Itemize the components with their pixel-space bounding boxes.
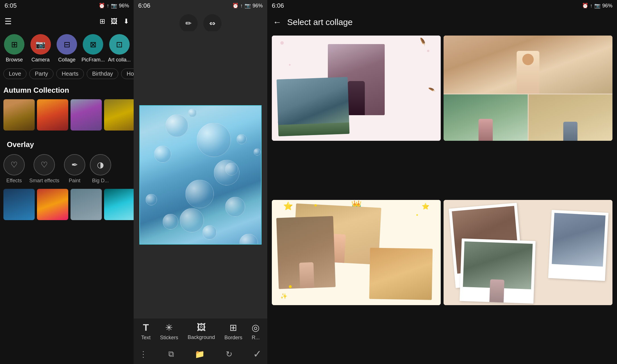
gold-star-3: ✨ <box>280 293 287 299</box>
overlay-effects[interactable]: ♡ Effects <box>3 154 25 184</box>
overlay-thumb-4[interactable] <box>104 189 134 220</box>
tag-holiday[interactable]: Holiday <box>121 69 134 79</box>
camera-status-icon: 📷 <box>111 3 117 9</box>
autumn-thumb-3[interactable] <box>71 99 102 131</box>
overlay-thumb-3[interactable] <box>71 189 102 220</box>
nav-item-picframe[interactable]: ⊠ PicFram... <box>81 34 105 63</box>
overlay-thumbnails <box>0 187 134 222</box>
droplet-13 <box>239 234 258 245</box>
panel-left: 6:05 ⏰ ↑ 📷 96% ☰ ⊞ 🖼 ⬇ ⊞ Browse 📷 Camera… <box>0 0 134 364</box>
glitter-1 <box>314 204 317 206</box>
overlay-bigd[interactable]: ◑ Big D... <box>90 154 111 184</box>
autumn-thumb-1[interactable] <box>3 99 35 131</box>
more-icon[interactable]: ⋮ <box>139 349 147 359</box>
autumn-thumb-4[interactable] <box>104 99 134 131</box>
status-bar-left: 6:05 ⏰ ↑ 📷 96% <box>0 0 134 11</box>
camera-icon-mid: 📷 <box>245 3 251 9</box>
nav-item-camera[interactable]: 📷 Camera <box>28 34 52 63</box>
collage-card-4[interactable] <box>444 200 612 305</box>
paint-icon: ✒ <box>64 154 85 175</box>
collage-card-3[interactable]: ⭐ ⭐ ✨ ⭐ 👑 <box>272 200 441 305</box>
glitter-2 <box>416 214 418 216</box>
cc4-photo-2 <box>552 213 605 266</box>
cc4-photo-3 <box>463 241 533 289</box>
camera-label: Camera <box>32 57 50 63</box>
filter-tags-row: Love Party Hearts Birthday Holiday Kids … <box>0 66 134 82</box>
battery-icon: 96% <box>119 3 129 9</box>
mirror-btn[interactable]: ⇔ <box>203 14 221 32</box>
droplet-6 <box>225 197 245 217</box>
text-label: Text <box>141 335 151 341</box>
overlay-smart-effects[interactable]: ♡ Smart effects <box>29 154 59 184</box>
borders-tool[interactable]: ⊞ Borders <box>224 322 242 341</box>
battery-icon-right: 96% <box>602 3 612 9</box>
autumn-thumb-2[interactable] <box>37 99 68 131</box>
borders-icon: ⊞ <box>229 322 237 333</box>
status-icons-right: ⏰ ↑ 📷 96% <box>582 3 612 9</box>
top-bar-left: ☰ ⊞ 🖼 ⬇ <box>0 11 134 31</box>
overlay-paint[interactable]: ✒ Paint <box>64 154 85 184</box>
grid-icon[interactable]: ⊞ <box>100 17 105 25</box>
refresh-icon[interactable]: ↻ <box>226 349 232 359</box>
autumn-thumbnails <box>0 97 134 133</box>
stickers-tool[interactable]: ✳ Stickers <box>160 322 178 341</box>
hamburger-icon[interactable]: ☰ <box>5 17 12 26</box>
smart-effects-label: Smart effects <box>29 178 59 184</box>
folder-icon[interactable]: 📁 <box>195 349 205 359</box>
droplet-15 <box>180 208 204 232</box>
background-icon: 🖼 <box>197 322 206 333</box>
canvas-image <box>139 105 262 245</box>
tag-hearts[interactable]: Hearts <box>56 69 84 79</box>
background-tool[interactable]: 🖼 Background <box>188 322 215 340</box>
nav-item-browse[interactable]: ⊞ Browse <box>2 34 26 63</box>
cc3-inner: ⭐ ⭐ ✨ ⭐ 👑 <box>272 200 441 305</box>
back-button[interactable]: ← <box>273 17 281 27</box>
cc4-polaroid-3 <box>459 238 536 303</box>
bottom-toolbar: T Text ✳ Stickers 🖼 Background ⊞ Borders… <box>134 318 267 344</box>
status-bar-right: 6:06 ⏰ ↑ 📷 96% <box>267 0 617 11</box>
bottom-actions: ⋮ ⧉ 📁 ↻ ✓ <box>134 344 267 364</box>
checkmark-btn[interactable]: ✓ <box>253 348 262 360</box>
overlay-section: Overlay <box>0 133 134 151</box>
photo-icon[interactable]: 🖼 <box>111 17 118 25</box>
canvas-area[interactable] <box>134 31 267 318</box>
copy-icon[interactable]: ⧉ <box>168 349 174 359</box>
retouch-icon: ◎ <box>252 322 260 333</box>
collage-grid: 🪶 🪶 <box>267 33 617 364</box>
text-tool[interactable]: T Text <box>141 322 151 341</box>
thumb-4-photo <box>104 99 134 131</box>
time-middle: 6:06 <box>138 2 150 9</box>
alarm-icon: ⏰ <box>99 3 105 9</box>
collage-icon-circle: ⊟ <box>57 34 77 55</box>
bigd-icon: ◑ <box>90 154 111 175</box>
cc1-dot-1 <box>280 41 284 45</box>
thumb-3-photo <box>71 99 102 131</box>
pencil-btn[interactable]: ✏ <box>179 14 198 32</box>
overlay-thumb-2[interactable] <box>37 189 68 220</box>
download-icon[interactable]: ⬇ <box>123 17 129 25</box>
overlay-thumb-1[interactable] <box>3 189 35 220</box>
tag-love[interactable]: Love <box>3 69 26 79</box>
smart-effects-icon: ♡ <box>34 154 55 175</box>
collage-card-2[interactable] <box>444 36 612 141</box>
status-icons-left: ⏰ ↑ 📷 96% <box>99 3 129 9</box>
retouch-tool[interactable]: ◎ R... <box>252 322 260 341</box>
droplet-7 <box>163 214 178 229</box>
cc2-bottom-row <box>444 94 612 141</box>
text-icon: T <box>143 322 149 333</box>
cc4-inner <box>444 200 612 305</box>
tag-birthday[interactable]: Birthday <box>87 69 118 79</box>
collage-card-1[interactable]: 🪶 🪶 <box>272 36 441 141</box>
nav-item-collage[interactable]: ⊟ Collage <box>55 34 79 63</box>
time-left: 6:05 <box>5 2 17 9</box>
collage-label: Collage <box>58 57 75 63</box>
cc1-inner: 🪶 🪶 <box>272 36 441 141</box>
cc2-bottom-left <box>444 94 528 141</box>
tag-party[interactable]: Party <box>29 69 53 79</box>
status-icons-middle: ⏰ ↑ 📷 96% <box>232 3 263 9</box>
browse-icon-circle: ⊞ <box>4 34 24 55</box>
nav-item-artcollage[interactable]: ⊡ Art colla... <box>107 34 131 63</box>
browse-label: Browse <box>6 57 23 63</box>
right-header: ← Select art collage <box>267 11 617 33</box>
bigd-label: Big D... <box>92 178 109 184</box>
